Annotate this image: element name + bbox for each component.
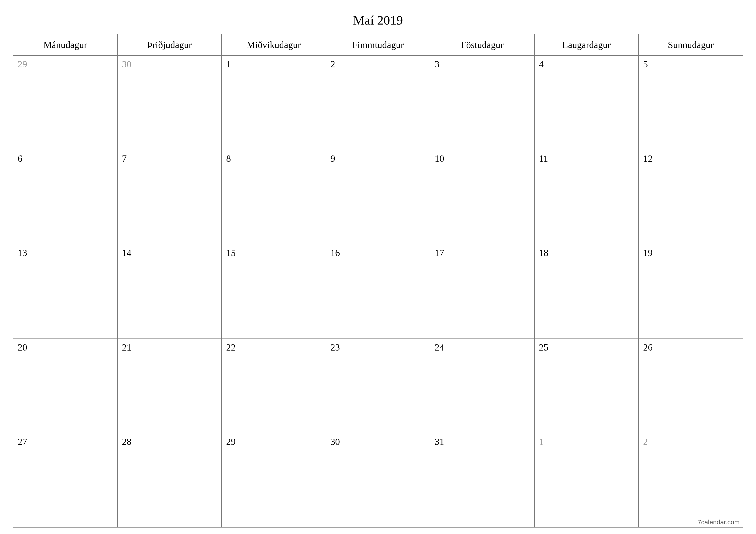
day-cell: 1 <box>535 433 639 527</box>
day-cell: 16 <box>326 244 430 338</box>
weekday-header-row: Mánudagur Þriðjudagur Miðvikudagur Fimmt… <box>14 34 742 56</box>
day-cell: 23 <box>326 339 430 433</box>
day-cell: 11 <box>535 150 639 244</box>
day-cell: 29 <box>222 433 326 527</box>
day-cell: 30 <box>326 433 430 527</box>
day-cell: 9 <box>326 150 430 244</box>
day-cell: 26 <box>639 339 742 433</box>
day-cell: 12 <box>639 150 742 244</box>
calendar-title: Maí 2019 <box>13 13 743 28</box>
day-cell: 28 <box>118 433 222 527</box>
day-cell: 10 <box>430 150 535 244</box>
day-cell: 5 <box>639 56 742 150</box>
day-cell: 21 <box>118 339 222 433</box>
day-number: 2 <box>643 437 648 447</box>
day-cell: 14 <box>118 244 222 338</box>
day-cell: 1 <box>222 56 326 150</box>
day-cell: 7 <box>118 150 222 244</box>
week-row: 13 14 15 16 17 18 19 <box>14 244 742 339</box>
day-cell: 13 <box>14 244 118 338</box>
calendar-grid: Mánudagur Þriðjudagur Miðvikudagur Fimmt… <box>13 34 743 527</box>
day-cell: 27 <box>14 433 118 527</box>
day-cell: 2 7calendar.com <box>639 433 742 527</box>
day-cell: 2 <box>326 56 430 150</box>
day-cell: 6 <box>14 150 118 244</box>
calendar-page: Maí 2019 Mánudagur Þriðjudagur Miðvikuda… <box>0 0 756 534</box>
weekday-header: Laugardagur <box>535 34 639 56</box>
day-cell: 24 <box>430 339 535 433</box>
day-cell: 29 <box>14 56 118 150</box>
attribution-text: 7calendar.com <box>698 519 740 526</box>
weekday-header: Sunnudagur <box>639 34 742 56</box>
day-cell: 8 <box>222 150 326 244</box>
day-cell: 4 <box>535 56 639 150</box>
day-cell: 3 <box>430 56 535 150</box>
day-cell: 15 <box>222 244 326 338</box>
day-cell: 20 <box>14 339 118 433</box>
weekday-header: Föstudagur <box>430 34 535 56</box>
week-row: 27 28 29 30 31 1 2 7calendar.com <box>14 433 742 527</box>
week-row: 6 7 8 9 10 11 12 <box>14 150 742 244</box>
week-row: 20 21 22 23 24 25 26 <box>14 339 742 433</box>
day-cell: 25 <box>535 339 639 433</box>
day-cell: 31 <box>430 433 535 527</box>
weekday-header: Mánudagur <box>14 34 118 56</box>
weekday-header: Þriðjudagur <box>118 34 222 56</box>
weeks-container: 29 30 1 2 3 4 5 6 7 8 9 10 11 12 13 14 1… <box>14 56 742 527</box>
day-cell: 22 <box>222 339 326 433</box>
day-cell: 19 <box>639 244 742 338</box>
week-row: 29 30 1 2 3 4 5 <box>14 56 742 150</box>
day-cell: 18 <box>535 244 639 338</box>
day-cell: 17 <box>430 244 535 338</box>
weekday-header: Miðvikudagur <box>222 34 326 56</box>
day-cell: 30 <box>118 56 222 150</box>
weekday-header: Fimmtudagur <box>326 34 430 56</box>
